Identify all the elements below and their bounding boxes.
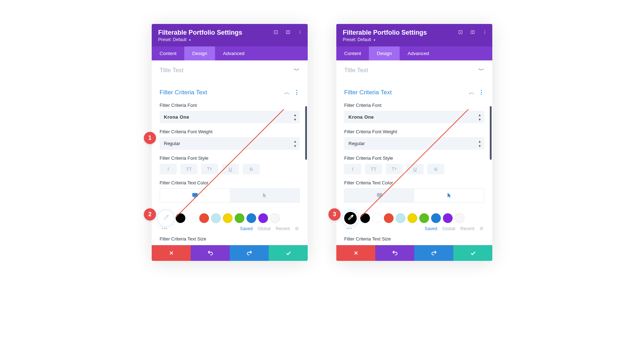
tab-content[interactable]: Content — [152, 46, 184, 60]
swatch-white[interactable] — [187, 213, 197, 223]
more-swatches-icon[interactable]: ••• — [346, 226, 352, 231]
annotation-badge-1: 1 — [144, 132, 156, 144]
swatch-blue[interactable] — [431, 213, 441, 223]
style-strike-button[interactable]: S — [243, 164, 260, 174]
swatch-red[interactable] — [199, 213, 209, 223]
tab-design[interactable]: Design — [369, 46, 400, 60]
section-options-icon[interactable]: ⋮ — [294, 89, 300, 96]
section-title-text[interactable]: Title Text﹀ — [336, 60, 492, 80]
mode-hover-tab[interactable] — [230, 189, 299, 202]
cancel-button[interactable] — [152, 245, 191, 261]
swatch-red[interactable] — [384, 213, 394, 223]
swatch-white[interactable] — [372, 213, 382, 223]
panel-body: Title Text﹀ Filter Criteria Text ︿⋮ Filt… — [152, 60, 308, 245]
style-italic-button[interactable]: I — [344, 164, 361, 174]
save-button[interactable] — [453, 245, 492, 261]
swatch-yellow[interactable] — [408, 213, 417, 223]
section-filter-criteria[interactable]: Filter Criteria Text ︿⋮ — [336, 80, 492, 103]
weight-select[interactable]: Regular▴▾ — [344, 137, 484, 150]
panel-body: Title Text﹀ Filter Criteria Text ︿⋮ Filt… — [336, 60, 492, 245]
scan-icon[interactable] — [273, 30, 278, 35]
font-label: Filter Criteria Font — [160, 103, 300, 108]
redo-button[interactable] — [414, 245, 453, 261]
undo-button[interactable] — [191, 245, 230, 261]
swatch-yellow[interactable] — [223, 213, 233, 223]
size-label: Filter Criteria Text Size — [152, 236, 308, 245]
swatch-tab-global[interactable]: Global — [442, 226, 455, 231]
size-label: Filter Criteria Text Size — [336, 236, 492, 245]
more-swatches-icon[interactable]: ••• — [162, 226, 167, 231]
undo-button[interactable] — [375, 245, 414, 261]
kebab-icon[interactable] — [482, 30, 487, 35]
swatch-blue[interactable] — [247, 213, 256, 223]
color-mode-tabs — [344, 188, 484, 203]
swatch-tab-recent[interactable]: Recent — [460, 226, 474, 231]
weight-select[interactable]: Regular▴▾ — [160, 137, 300, 150]
tabs: Content Design Advanced — [152, 46, 308, 60]
columns-icon[interactable] — [470, 30, 475, 35]
annotation-badge-3: 3 — [328, 208, 341, 220]
section-title-text[interactable]: Title Text﹀ — [152, 60, 308, 80]
style-italic-button[interactable]: I — [160, 164, 177, 174]
swatch-transparent[interactable] — [270, 213, 280, 223]
panel-header: Filterable Portfolio Settings Preset: De… — [336, 24, 492, 46]
redo-button[interactable] — [230, 245, 269, 261]
section-options-icon[interactable]: ⋮ — [478, 89, 484, 96]
mode-desktop-tab[interactable] — [345, 189, 414, 202]
settings-panel-left: 12 Filterable Portfolio Settings Preset:… — [152, 24, 308, 261]
scan-icon[interactable] — [458, 30, 463, 35]
svg-point-17 — [484, 32, 485, 33]
kebab-icon[interactable] — [298, 30, 303, 35]
style-smallcaps-button[interactable]: Tᴛ — [201, 164, 218, 174]
style-strike-button[interactable]: S — [427, 164, 444, 174]
swatch-green[interactable] — [419, 213, 429, 223]
swatch-tab-saved[interactable]: Saved — [240, 226, 253, 231]
preset-label[interactable]: Preset: Default ▼ — [158, 37, 301, 42]
swatch-lightblue[interactable] — [211, 213, 221, 223]
color-picker-swatch[interactable] — [344, 212, 357, 224]
annotation-badge-2: 2 — [144, 208, 156, 220]
swatch-tab-saved[interactable]: Saved — [425, 226, 437, 231]
mode-desktop-tab[interactable] — [160, 189, 230, 202]
scrollbar-icon[interactable] — [305, 106, 307, 160]
swatch-tab-recent[interactable]: Recent — [275, 226, 290, 231]
font-select[interactable]: Krona One▴▾ — [160, 111, 300, 123]
swatch-transparent[interactable] — [455, 213, 464, 223]
swatch-lightblue[interactable] — [396, 213, 405, 223]
style-uppercase-button[interactable]: TT — [365, 164, 382, 174]
footer-actions — [152, 245, 308, 261]
footer-actions — [336, 245, 492, 261]
style-uppercase-button[interactable]: TT — [180, 164, 197, 174]
font-label: Filter Criteria Font — [344, 103, 484, 108]
svg-point-4 — [300, 30, 301, 31]
tabs: Content Design Advanced — [336, 46, 492, 60]
swatch-purple[interactable] — [258, 213, 268, 223]
color-label: Filter Criteria Text Color — [344, 180, 484, 185]
scrollbar-icon[interactable] — [490, 106, 492, 160]
color-picker-swatch[interactable] — [160, 212, 172, 224]
font-select[interactable]: Krona One▴▾ — [344, 111, 484, 123]
save-button[interactable] — [269, 245, 308, 261]
tab-advanced[interactable]: Advanced — [400, 46, 437, 60]
preset-label[interactable]: Preset: Default ▼ — [343, 37, 486, 42]
weight-label: Filter Criteria Font Weight — [160, 129, 300, 134]
swatch-green[interactable] — [235, 213, 244, 223]
section-filter-criteria[interactable]: Filter Criteria Text ︿⋮ — [152, 80, 308, 103]
swatch-purple[interactable] — [443, 213, 453, 223]
color-swatches — [152, 208, 308, 224]
gear-icon[interactable]: ⚙ — [295, 226, 299, 231]
mode-hover-tab[interactable] — [414, 189, 484, 202]
svg-point-13 — [460, 32, 461, 33]
svg-point-18 — [484, 33, 485, 34]
cancel-button[interactable] — [336, 245, 375, 261]
color-label: Filter Criteria Text Color — [160, 180, 300, 185]
style-smallcaps-button[interactable]: Tᴛ — [386, 164, 403, 174]
columns-icon[interactable] — [286, 30, 291, 35]
tab-content[interactable]: Content — [336, 46, 369, 60]
tab-advanced[interactable]: Advanced — [215, 46, 252, 60]
style-label: Filter Criteria Font Style — [160, 155, 300, 161]
tab-design[interactable]: Design — [184, 46, 215, 60]
swatch-tab-global[interactable]: Global — [258, 226, 270, 231]
gear-icon[interactable]: ⚙ — [479, 226, 484, 231]
color-mode-tabs — [160, 188, 300, 203]
